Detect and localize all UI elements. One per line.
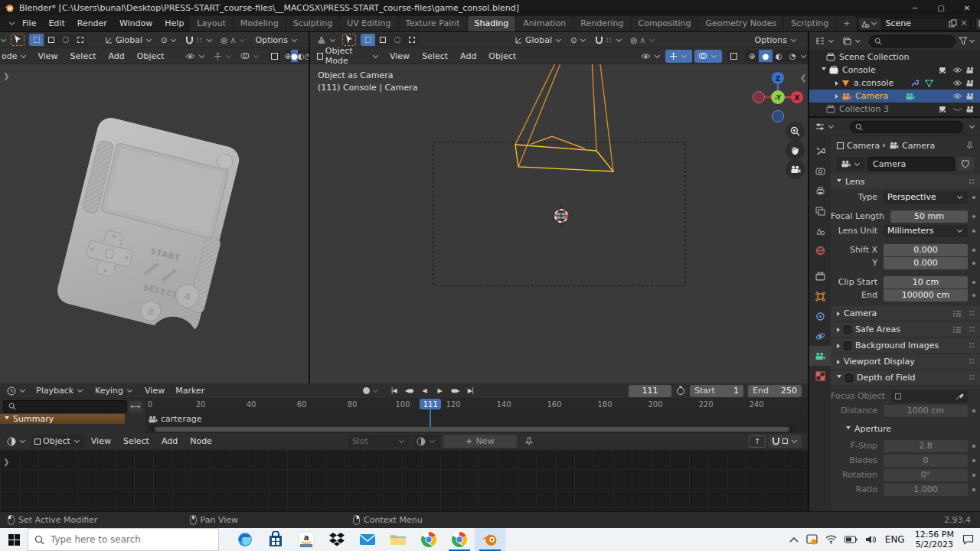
- transform-orientation[interactable]: Global: [511, 34, 567, 47]
- taskbar-blender-active[interactable]: [475, 528, 505, 551]
- shader-type-dropdown[interactable]: Object: [31, 435, 85, 448]
- panel-drag-grip[interactable]: [969, 358, 975, 365]
- animate-dot[interactable]: [972, 249, 975, 252]
- parent-node-tree-button[interactable]: ↑: [749, 435, 766, 448]
- animate-dot[interactable]: [972, 459, 975, 462]
- shift-x-field[interactable]: 0.000: [884, 244, 968, 256]
- snapping[interactable]: ::: [591, 34, 626, 47]
- focal-length-field[interactable]: 50 mm: [890, 210, 968, 223]
- row-label[interactable]: Console: [842, 65, 876, 75]
- hide-eye-icon[interactable]: [952, 80, 962, 86]
- transport-button[interactable]: |◀: [386, 385, 401, 397]
- topbar-menu[interactable]: Render: [71, 18, 113, 28]
- shading-solid-button[interactable]: ●: [291, 50, 298, 62]
- select-tweak-button[interactable]: [361, 34, 375, 46]
- render-visibility-icon[interactable]: [965, 106, 975, 113]
- breadcrumb-object[interactable]: Camera: [847, 141, 880, 151]
- scene-browse[interactable]: [858, 18, 880, 30]
- dof-panel-header[interactable]: Depth of Field: [831, 370, 980, 385]
- taskbar-dropbox[interactable]: [322, 528, 352, 551]
- viewport-right-body[interactable]: Object as Camera (111) Console | Camera: [310, 64, 808, 383]
- tray-volume-icon[interactable]: [865, 535, 876, 544]
- shading-options-chevron[interactable]: [801, 52, 806, 57]
- outliner-editor-selector[interactable]: [812, 34, 839, 47]
- topbar-menu[interactable]: Window: [113, 18, 158, 28]
- viewport-menu[interactable]: View: [384, 51, 416, 61]
- presets-list-icon[interactable]: [952, 326, 962, 334]
- blades-field[interactable]: 0: [884, 455, 968, 467]
- tab-render[interactable]: [809, 161, 831, 181]
- language-indicator[interactable]: ENG: [885, 534, 905, 545]
- select-circle-button[interactable]: [390, 34, 404, 46]
- unlink-scene-icon[interactable]: ✕: [957, 18, 970, 28]
- distance-field[interactable]: 1000 cm: [884, 405, 968, 417]
- tab-object[interactable]: [809, 286, 831, 306]
- workspace-tab[interactable]: UV Editing: [340, 16, 397, 31]
- workspace-tab[interactable]: Scripting: [784, 16, 835, 31]
- pivot-point[interactable]: ⊙: [157, 34, 181, 47]
- shader-menu[interactable]: Node: [184, 436, 218, 446]
- safe-areas-checkbox[interactable]: [844, 326, 851, 334]
- viewport-menu[interactable]: Select: [64, 51, 103, 61]
- timeline-menu[interactable]: Marker: [170, 386, 210, 396]
- tab-output[interactable]: [809, 181, 831, 201]
- mesh-data-icon[interactable]: [925, 80, 933, 87]
- topbar-menu[interactable]: Help: [158, 18, 190, 28]
- shading-rendered-button[interactable]: ◔: [305, 50, 309, 62]
- row-label[interactable]: Scene Collection: [839, 52, 909, 62]
- pivot-point[interactable]: ⊙: [567, 34, 591, 47]
- properties-editor-selector[interactable]: [812, 120, 839, 133]
- taskbar-mail[interactable]: [352, 528, 383, 551]
- pan-button[interactable]: [786, 141, 805, 160]
- taskbar-chrome-2[interactable]: [444, 528, 475, 551]
- lens-unit-dropdown[interactable]: Millimeters: [884, 225, 968, 237]
- timeline-menu[interactable]: Playback: [31, 386, 90, 396]
- safe-areas-panel-header[interactable]: Safe Areas: [831, 322, 980, 337]
- transport-button[interactable]: ◀: [416, 385, 432, 397]
- start-frame-field[interactable]: Start1: [690, 385, 743, 397]
- panel-drag-grip[interactable]: [969, 374, 975, 381]
- animate-dot[interactable]: [972, 409, 975, 412]
- active-tool-button[interactable]: [342, 34, 356, 46]
- topbar-menu[interactable]: Edit: [42, 18, 70, 28]
- slot-dropdown[interactable]: Slot: [348, 435, 410, 448]
- panel-drag-grip[interactable]: [969, 310, 975, 317]
- collection-checkbox[interactable]: [939, 106, 946, 113]
- options-dropdown[interactable]: Options: [252, 34, 302, 47]
- timeline-scrollbar[interactable]: [149, 427, 795, 432]
- type-dropdown[interactable]: Perspective: [884, 191, 968, 204]
- timeline-main[interactable]: 020406080100120140160180200220240 carter…: [145, 399, 808, 433]
- object-channel[interactable]: carterage: [148, 414, 201, 424]
- outliner-row-scene-collection[interactable]: Scene Collection: [809, 51, 980, 64]
- playhead[interactable]: 111: [420, 399, 441, 429]
- modifier-wrench-icon[interactable]: [910, 79, 919, 87]
- mode-dropdown[interactable]: ode: [0, 50, 31, 63]
- scene-name[interactable]: Scene: [880, 18, 949, 28]
- focus-object-field[interactable]: [891, 390, 968, 403]
- aperture-subpanel-header[interactable]: Aperture: [831, 422, 980, 436]
- select-box-button[interactable]: [44, 34, 58, 46]
- animate-dot[interactable]: [972, 281, 975, 284]
- render-visibility-icon[interactable]: [965, 67, 975, 74]
- sidebar-toggle-arrow[interactable]: ❮: [800, 73, 806, 82]
- camera-data-browse[interactable]: [837, 157, 865, 171]
- taskbar-chrome-1[interactable]: [413, 528, 444, 551]
- expand-icon[interactable]: [835, 81, 838, 86]
- hide-eye-icon[interactable]: [952, 93, 962, 99]
- transport-button[interactable]: ◆▶: [447, 385, 462, 397]
- transport-button[interactable]: ▶|: [462, 385, 478, 397]
- row-label[interactable]: a.console: [854, 78, 893, 88]
- workspace-tab[interactable]: Sculpting: [286, 16, 339, 31]
- active-tool-button[interactable]: [11, 34, 24, 46]
- action-center-icon[interactable]: [962, 534, 974, 545]
- camera-frustum[interactable]: [515, 64, 613, 171]
- animate-dot[interactable]: [972, 215, 975, 218]
- panel-drag-grip[interactable]: [969, 178, 975, 185]
- ratio-field[interactable]: 1.000: [884, 484, 968, 496]
- clip-start-field[interactable]: 10 cm: [884, 276, 968, 289]
- workspace-tab[interactable]: Animation: [516, 16, 573, 31]
- blender-menu-chevron[interactable]: [9, 20, 15, 25]
- maximize-button[interactable]: ▢: [928, 0, 954, 15]
- shader-editor-selector[interactable]: [3, 435, 31, 448]
- timeline-editor-selector[interactable]: [3, 384, 31, 397]
